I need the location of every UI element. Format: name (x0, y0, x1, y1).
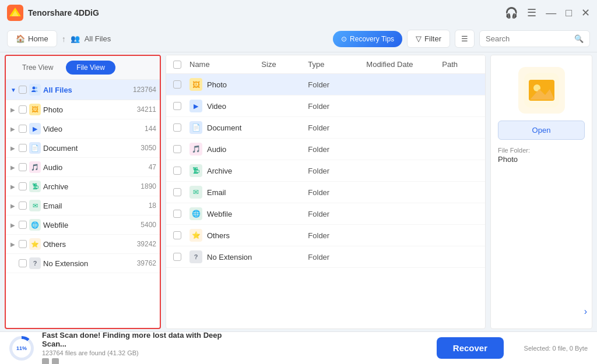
right-panel-arrow[interactable]: › (584, 306, 587, 317)
table-row[interactable]: 🎵Audio Folder (166, 139, 485, 160)
email-label: Email (43, 202, 132, 210)
file-folder-name: Photo (498, 155, 585, 164)
email-checkbox[interactable] (19, 202, 27, 210)
noext-count: 39762 (134, 259, 156, 267)
right-panel: Open File Folder: Photo › (490, 55, 592, 329)
webfile-checkbox[interactable] (19, 221, 27, 229)
nav-up-arrow[interactable]: ↑ (62, 34, 66, 44)
table-body: 🖼Photo Folder ▶Video Folder 📄Document (166, 74, 485, 328)
noext-label: No Extension (43, 259, 132, 268)
sidebar-item-others[interactable]: ▶ ⭐ Others 39242 (6, 235, 160, 254)
tree-view-button[interactable]: Tree View (12, 61, 64, 75)
sidebar-item-audio[interactable]: ▶ 🎵 Audio 47 (6, 158, 160, 177)
webfile-folder-icon: 🌐 (29, 219, 41, 231)
audio-label: Audio (43, 163, 132, 172)
file-folder-label: File Folder: (498, 147, 585, 154)
video-label: Video (43, 125, 132, 133)
minimize-icon[interactable]: — (546, 7, 556, 19)
sidebar-item-document[interactable]: ▶ 📄 Document 3050 (6, 139, 160, 158)
audio-folder-icon: 🎵 (29, 161, 41, 173)
document-checkbox[interactable] (19, 144, 27, 152)
search-box: 🔍 (479, 30, 590, 47)
recovery-tips-button[interactable]: ⊙ Recovery Tips (333, 31, 402, 47)
table-row[interactable]: ⭐Others Folder (166, 225, 485, 246)
audio-expand-icon: ▶ (10, 164, 16, 171)
recovery-tips-icon: ⊙ (341, 35, 347, 43)
all-files-expand-icon: ▼ (10, 87, 16, 93)
toolbar-right: ⊙ Recovery Tips ▽ Filter ☰ 🔍 (333, 30, 590, 48)
scan-controls (42, 358, 231, 364)
table-row[interactable]: 📄Document Folder (166, 117, 485, 139)
search-icon[interactable]: 🔍 (574, 34, 584, 43)
preview-icon (518, 67, 565, 114)
all-files-count: 123764 (133, 86, 156, 94)
list-view-button[interactable]: ☰ (455, 30, 475, 48)
all-files-breadcrumb: All Files (85, 34, 111, 43)
photo-label: Photo (43, 105, 132, 114)
open-button[interactable]: Open (498, 121, 585, 140)
header-checkbox[interactable] (173, 61, 189, 69)
sidebar-item-archive[interactable]: ▶ 🗜 Archive 1890 (6, 177, 160, 196)
filter-icon: ▽ (416, 34, 422, 43)
others-label: Others (43, 240, 132, 249)
photo-folder-icon: 🖼 (29, 104, 41, 115)
table-row[interactable]: ✉Email Folder (166, 182, 485, 203)
view-toggle: Tree View File View (6, 56, 160, 80)
email-folder-icon: ✉ (29, 200, 41, 211)
svg-point-4 (35, 87, 37, 89)
table-row[interactable]: 🖼Photo Folder (166, 74, 485, 96)
maximize-icon[interactable]: □ (566, 7, 572, 19)
audio-count: 47 (134, 163, 156, 171)
archive-expand-icon: ▶ (10, 183, 16, 190)
photo-checkbox[interactable] (19, 105, 27, 114)
home-button[interactable]: 🏠 Home (7, 30, 57, 47)
video-count: 144 (134, 125, 156, 133)
sidebar-item-noext[interactable]: ? No Extension 39762 (6, 254, 160, 273)
scan-title: Fast Scan done! Finding more lost data w… (42, 331, 231, 348)
audio-checkbox[interactable] (19, 163, 27, 171)
header-name: Name (189, 60, 261, 69)
all-files-checkbox[interactable] (19, 86, 27, 94)
scan-subtitle: 123764 files are found (41.32 GB) (42, 349, 231, 356)
email-expand-icon: ▶ (10, 203, 16, 209)
webfile-expand-icon: ▶ (10, 222, 16, 228)
scan-stop-button[interactable] (42, 358, 49, 364)
table-row[interactable]: ▶Video Folder (166, 96, 485, 117)
close-icon[interactable]: ✕ (581, 6, 590, 19)
sidebar-item-email[interactable]: ▶ ✉ Email 18 (6, 196, 160, 215)
menu-icon[interactable]: ☰ (527, 6, 536, 19)
others-count: 39242 (134, 240, 156, 248)
others-folder-icon: ⭐ (29, 238, 41, 250)
sidebar: Tree View File View ▼ All Files 123764 ▶… (5, 55, 161, 329)
table-row[interactable]: 🗜Archive Folder (166, 160, 485, 182)
app-logo (7, 5, 23, 21)
video-checkbox[interactable] (19, 125, 27, 133)
sidebar-item-webfile[interactable]: ▶ 🌐 Webfile 5400 (6, 215, 160, 235)
filter-label: Filter (424, 34, 441, 43)
file-view-button[interactable]: File View (66, 61, 115, 75)
search-input[interactable] (486, 34, 571, 43)
scan-pause-button[interactable] (52, 358, 59, 364)
home-label: Home (28, 34, 48, 43)
title-bar: Tenorshare 4DDiG 🎧 ☰ — □ ✕ (0, 0, 597, 26)
others-checkbox[interactable] (19, 240, 27, 248)
email-count: 18 (134, 202, 156, 210)
table-row[interactable]: 🌐Webfile Folder (166, 203, 485, 225)
table-header: Name Size Type Modified Date Path (166, 55, 485, 74)
table-row[interactable]: ?No Extension Folder (166, 246, 485, 268)
sidebar-item-video[interactable]: ▶ ▶ Video 144 (6, 119, 160, 139)
toolbar: 🏠 Home ↑ 👥 All Files ⊙ Recovery Tips ▽ F… (0, 26, 597, 52)
sidebar-item-photo[interactable]: ▶ 🖼 Photo 34211 (6, 100, 160, 119)
headphone-icon[interactable]: 🎧 (505, 6, 518, 19)
noext-checkbox[interactable] (19, 259, 27, 267)
progress-circle: 11% (9, 336, 34, 361)
archive-label: Archive (43, 182, 132, 191)
all-files-icon: 👥 (71, 34, 80, 43)
header-modified: Modified Date (366, 60, 442, 69)
others-expand-icon: ▶ (10, 241, 16, 248)
archive-checkbox[interactable] (19, 182, 27, 190)
sidebar-item-all-files[interactable]: ▼ All Files 123764 (6, 80, 160, 100)
filter-button[interactable]: ▽ Filter (407, 30, 450, 48)
recover-button[interactable]: Recover (437, 337, 504, 359)
noext-folder-icon: ? (29, 257, 41, 269)
